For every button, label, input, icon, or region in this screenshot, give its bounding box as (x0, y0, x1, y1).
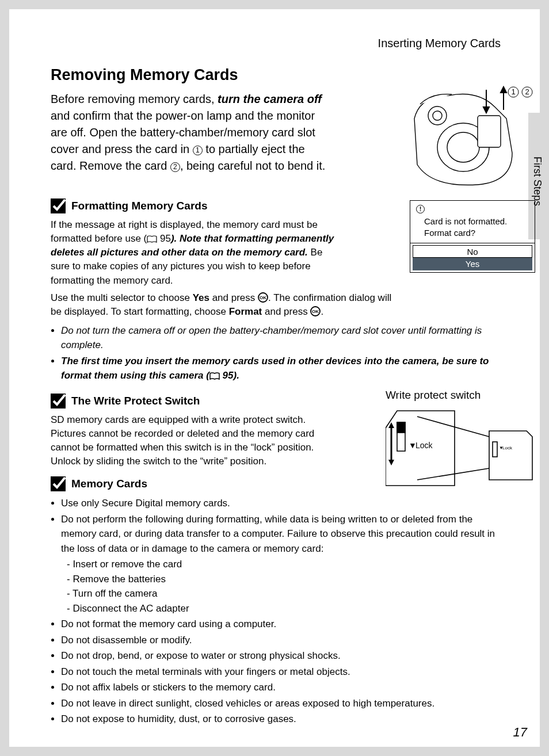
text: Use the multi selector to choose (51, 292, 193, 303)
camera-illustration: 1 2 (409, 84, 535, 196)
sub-bullet: Insert or remove the card (67, 557, 505, 572)
sheet: First Steps Inserting Memory Cards Remov… (9, 9, 540, 747)
bullet: Do not drop, bend, or expose to water or… (61, 648, 505, 663)
section-title: Memory Cards (71, 478, 147, 490)
write-protect-figure: Write protect switch ▼ Lock ▼ Lock (386, 389, 535, 494)
svg-text:OK: OK (312, 309, 319, 314)
lcd-message: ! Card is not formatted. Format card? No… (410, 200, 535, 273)
ok-button-icon: OK (258, 292, 268, 303)
illus-label-1: 1 (511, 87, 515, 96)
step-2-marker: 2 (170, 162, 180, 172)
bullet: Do not perform the following during form… (61, 512, 505, 616)
svg-rect-9 (478, 116, 501, 147)
book-icon (209, 372, 220, 380)
svg-rect-20 (493, 442, 497, 457)
svg-point-8 (447, 132, 479, 162)
sect1-p1: If the message at right is displayed, th… (51, 218, 344, 288)
lock-label-small: Lock (502, 445, 513, 450)
intro-bold: turn the camera off (218, 93, 322, 105)
sect2-p1: SD memory cards are equipped with a writ… (51, 413, 321, 469)
svg-text:OK: OK (260, 295, 266, 300)
sublist: Insert or remove the card Remove the bat… (61, 557, 505, 616)
page: First Steps Inserting Memory Cards Remov… (0, 0, 549, 756)
lock-label: Lock (415, 441, 433, 450)
wp-svg: ▼ Lock ▼ Lock (386, 405, 535, 491)
book-icon (147, 235, 157, 243)
bullet: Do not affix labels or stickers to the m… (61, 680, 505, 695)
check-icon (51, 476, 66, 491)
text: and press (262, 306, 310, 317)
bullet: Do not disassemble or modify. (61, 633, 505, 648)
intro-paragraph: Before removing memory cards, turn the c… (51, 91, 333, 174)
step-1-marker: 1 (193, 146, 203, 155)
page-ref: 95). (220, 370, 239, 381)
sect1-p2: Use the multi selector to choose Yes and… (51, 291, 402, 319)
sect1-bullets: Do not turn the camera off or open the b… (51, 323, 505, 383)
bullet: Do not format the memory card using a co… (61, 617, 505, 632)
sub-bullet: Remove the batteries (67, 572, 505, 587)
intro-text: Before removing memory cards, (51, 93, 218, 105)
check-icon (51, 198, 66, 213)
text: Format (229, 306, 262, 317)
sub-bullet: Turn off the camera (67, 586, 505, 601)
page-title: Removing Memory Cards (51, 66, 505, 84)
sect3-bullets: Use only Secure Digital memory cards. Do… (51, 496, 505, 727)
sub-bullet: Disconnect the AC adapter (67, 601, 505, 616)
page-number: 17 (513, 725, 527, 740)
text: ). (171, 233, 180, 244)
intro-text: , being careful not to bend it. (180, 159, 325, 172)
text: . (321, 306, 323, 317)
page-ref: 95 (157, 233, 171, 244)
check-icon (51, 394, 66, 408)
bullet: Use only Secure Digital memory cards. (61, 496, 505, 511)
text: The first time you insert the memory car… (61, 356, 489, 381)
bullet: Do not touch the metal terminals with yo… (61, 665, 505, 679)
text: and press (209, 292, 258, 303)
camera-svg: 1 2 (409, 84, 535, 193)
bullet: Do not expose to humidity, dust, or to c… (61, 712, 505, 727)
wp-figure-label: Write protect switch (386, 389, 535, 402)
lcd-line2: Format card? (424, 227, 529, 239)
bullet: The first time you insert the memory car… (61, 354, 505, 383)
bullet: Do not leave in direct sunlight, closed … (61, 696, 505, 711)
lcd-option-no: No (413, 245, 532, 258)
text: Yes (193, 292, 209, 303)
svg-rect-17 (397, 422, 405, 433)
ok-button-icon: OK (310, 306, 321, 316)
bullet: Do not turn the camera off or open the b… (61, 323, 505, 353)
section-title: Formatting Memory Cards (71, 200, 207, 212)
running-head: Inserting Memory Cards (51, 37, 505, 50)
svg-point-11 (433, 111, 442, 120)
text: Do not perform the following during form… (61, 514, 495, 554)
section-title: The Write Protect Switch (71, 395, 200, 407)
warning-icon: ! (416, 205, 425, 213)
lcd-option-yes: Yes (413, 258, 532, 270)
illus-label-2: 2 (525, 87, 529, 96)
lcd-line1: Card is not formatted. (424, 216, 529, 227)
